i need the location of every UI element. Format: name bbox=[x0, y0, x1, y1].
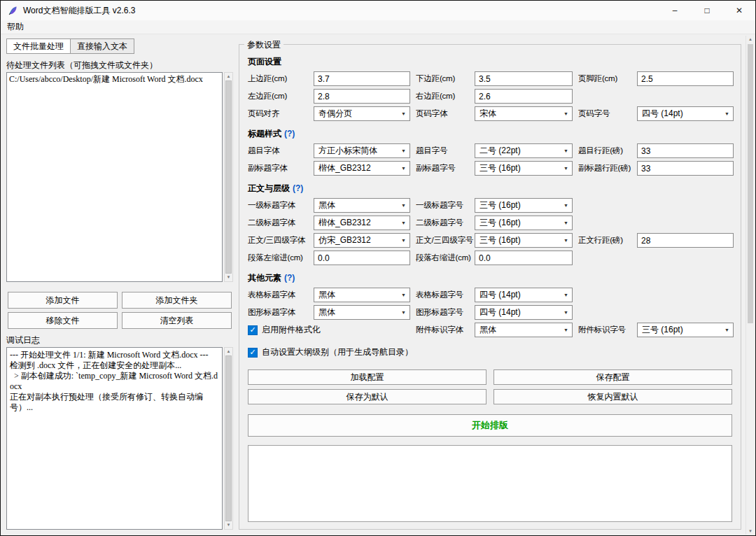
body-size-select[interactable]: 三号 (16pt)▼ bbox=[475, 233, 573, 248]
close-button[interactable]: ✕ bbox=[723, 1, 755, 20]
selected-value: 奇偶分页 bbox=[318, 108, 352, 120]
menu-help[interactable]: 帮助 bbox=[1, 21, 30, 33]
h1-font-select[interactable]: 黑体▼ bbox=[314, 198, 410, 213]
subtitle-size-select[interactable]: 三号 (16pt)▼ bbox=[475, 161, 573, 176]
menu-bar: 帮助 bbox=[1, 20, 755, 34]
indent-left-input[interactable] bbox=[314, 251, 410, 265]
h1-size-select[interactable]: 三号 (16pt)▼ bbox=[475, 198, 573, 213]
body-font-select[interactable]: 仿宋_GB2312▼ bbox=[314, 233, 410, 248]
config-buttons: 加载配置 保存配置 保存为默认 恢复内置默认 bbox=[248, 369, 732, 404]
outline-level-checkbox[interactable]: ✓ 自动设置大纲级别（用于生成导航目录） bbox=[248, 346, 732, 358]
selected-value: 黑体 bbox=[479, 324, 496, 336]
file-list-item[interactable]: C:/Users/abcco/Desktop/新建 Microsoft Word… bbox=[9, 74, 220, 85]
scroll-up-icon[interactable]: ▲ bbox=[746, 37, 755, 41]
footer-margin-input[interactable] bbox=[637, 71, 734, 86]
doc-title-font-select[interactable]: 方正小标宋简体▼ bbox=[314, 143, 410, 158]
figure-title-font-select[interactable]: 黑体▼ bbox=[314, 305, 410, 320]
chevron-down-icon: ▼ bbox=[560, 107, 572, 120]
h2-size-select[interactable]: 三号 (16pt)▼ bbox=[475, 216, 573, 230]
left-margin-input[interactable] bbox=[314, 89, 410, 104]
subtitle-leading-input[interactable] bbox=[637, 161, 734, 176]
selected-value: 楷体_GB2312 bbox=[318, 217, 371, 229]
maximize-button[interactable]: □ bbox=[691, 1, 723, 20]
field-label: 一级标题字体 bbox=[248, 198, 314, 213]
figure-title-size-select[interactable]: 四号 (14pt)▼ bbox=[475, 305, 573, 320]
help-link[interactable]: (?) bbox=[284, 273, 295, 283]
h2-font-select[interactable]: 楷体_GB2312▼ bbox=[314, 216, 410, 230]
page-number-size-select[interactable]: 四号 (14pt)▼ bbox=[637, 106, 734, 121]
add-folder-button[interactable]: 添加文件夹 bbox=[122, 292, 232, 309]
tab-direct-input[interactable]: 直接输入文本 bbox=[71, 38, 134, 54]
scroll-down-icon[interactable]: ▼ bbox=[227, 522, 231, 528]
tab-file-batch[interactable]: 文件批量处理 bbox=[6, 38, 71, 54]
scrollbar-thumb[interactable] bbox=[748, 44, 753, 323]
selected-value: 黑体 bbox=[318, 289, 335, 301]
scroll-down-icon[interactable]: ▼ bbox=[746, 529, 755, 533]
help-link[interactable]: (?) bbox=[293, 183, 303, 193]
selected-value: 四号 (14pt) bbox=[479, 289, 521, 301]
chevron-down-icon: ▼ bbox=[560, 323, 572, 337]
file-list-scrollbar[interactable]: ▲ ▼ bbox=[224, 72, 233, 282]
clear-list-button[interactable]: 清空列表 bbox=[122, 312, 232, 329]
scrollbar-thumb[interactable] bbox=[225, 355, 232, 521]
chevron-down-icon: ▼ bbox=[398, 199, 410, 212]
load-config-button[interactable]: 加载配置 bbox=[248, 369, 486, 385]
doc-title-size-select[interactable]: 二号 (22pt)▼ bbox=[475, 143, 573, 158]
selected-value: 宋体 bbox=[479, 108, 496, 120]
indent-right-input[interactable] bbox=[475, 251, 573, 265]
page-number-align-select[interactable]: 奇偶分页▼ bbox=[314, 106, 410, 121]
minimize-button[interactable]: – bbox=[659, 1, 691, 20]
chevron-down-icon: ▼ bbox=[398, 216, 410, 230]
field-label: 附件标识字号 bbox=[573, 323, 637, 337]
scroll-up-icon[interactable]: ▲ bbox=[227, 348, 231, 355]
body-leading-input[interactable] bbox=[637, 233, 734, 248]
page-number-font-select[interactable]: 宋体▼ bbox=[475, 106, 573, 121]
field-label: 一级标题字号 bbox=[410, 198, 475, 213]
help-link[interactable]: (?) bbox=[284, 129, 295, 139]
app-window: Word文档智能排版工具 v2.6.3 – □ ✕ 帮助 文件批量处理 直接输入… bbox=[0, 0, 756, 536]
save-as-default-button[interactable]: 保存为默认 bbox=[248, 389, 486, 404]
title-style-grid: 题目字体 方正小标宋简体▼ 题目字号 二号 (22pt)▼ 题目行距(磅) 副标… bbox=[248, 143, 732, 176]
bottom-margin-input[interactable] bbox=[475, 71, 573, 86]
file-listbox[interactable]: C:/Users/abcco/Desktop/新建 Microsoft Word… bbox=[6, 72, 223, 282]
table-title-size-select[interactable]: 四号 (14pt)▼ bbox=[475, 288, 573, 302]
start-typeset-button[interactable]: 开始排版 bbox=[248, 414, 732, 437]
left-panel: 文件批量处理 直接输入文本 待处理文件列表（可拖拽文件或文件夹） C:/User… bbox=[6, 38, 233, 530]
field-label: 页码字号 bbox=[573, 106, 637, 121]
save-config-button[interactable]: 保存配置 bbox=[493, 369, 732, 385]
field-label: 段落左缩进(cm) bbox=[248, 251, 314, 265]
field-label: 题目字号 bbox=[410, 143, 475, 158]
main-scrollbar[interactable]: ▲ ▼ bbox=[746, 36, 755, 535]
field-label: 二级标题字号 bbox=[410, 216, 475, 230]
chevron-down-icon: ▼ bbox=[560, 199, 572, 212]
right-margin-input[interactable] bbox=[475, 89, 573, 104]
doc-title-leading-input[interactable] bbox=[637, 143, 734, 158]
scroll-down-icon[interactable]: ▼ bbox=[227, 274, 231, 281]
attachment-format-checkbox[interactable]: ✓ 启用附件格式化 bbox=[248, 324, 410, 336]
field-label: 图形标题字体 bbox=[248, 305, 314, 320]
field-label: 页脚距(cm) bbox=[573, 71, 637, 86]
debug-log[interactable]: --- 开始处理文件 1/1: 新建 Microsoft Word 文档.doc… bbox=[6, 347, 223, 530]
selected-value: 三号 (16pt) bbox=[479, 234, 521, 246]
chevron-down-icon: ▼ bbox=[560, 144, 572, 157]
subtitle-font-select[interactable]: 楷体_GB2312▼ bbox=[314, 161, 410, 176]
chevron-down-icon: ▼ bbox=[398, 107, 410, 120]
scroll-up-icon[interactable]: ▲ bbox=[227, 73, 231, 80]
chevron-down-icon: ▼ bbox=[398, 234, 410, 247]
selected-value: 仿宋_GB2312 bbox=[318, 234, 371, 246]
restore-default-button[interactable]: 恢复内置默认 bbox=[493, 389, 732, 404]
top-margin-input[interactable] bbox=[314, 71, 410, 86]
attachment-font-select[interactable]: 黑体▼ bbox=[475, 323, 573, 337]
table-title-font-select[interactable]: 黑体▼ bbox=[314, 288, 410, 302]
remove-file-button[interactable]: 移除文件 bbox=[8, 312, 118, 329]
chevron-down-icon: ▼ bbox=[721, 323, 733, 337]
attachment-size-select[interactable]: 三号 (16pt)▼ bbox=[637, 323, 734, 337]
file-list-label: 待处理文件列表（可拖拽文件或文件夹） bbox=[6, 59, 233, 71]
params-frame-label: 参数设置 bbox=[244, 39, 284, 51]
selected-value: 黑体 bbox=[318, 199, 335, 211]
chevron-down-icon: ▼ bbox=[721, 107, 733, 120]
field-label: 页码对齐 bbox=[248, 106, 314, 121]
scrollbar-thumb[interactable] bbox=[225, 80, 232, 274]
debug-log-scrollbar[interactable]: ▲ ▼ bbox=[224, 347, 233, 530]
add-file-button[interactable]: 添加文件 bbox=[8, 292, 118, 309]
